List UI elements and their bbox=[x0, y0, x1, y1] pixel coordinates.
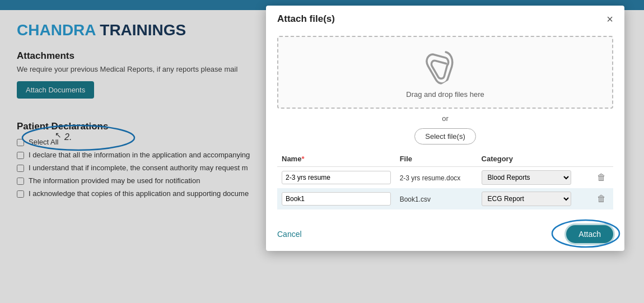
col-file-header: File bbox=[395, 151, 477, 167]
category-select[interactable]: Blood ReportsECG ReportX-RayMRI ReportOt… bbox=[482, 170, 571, 185]
modal-title: Attach file(s) bbox=[277, 13, 335, 25]
modal-body: Drag and drop files here or Select file(… bbox=[266, 30, 624, 218]
category-select[interactable]: Blood ReportsECG ReportX-RayMRI ReportOt… bbox=[482, 192, 571, 206]
file-filename: 2-3 yrs resume.docx bbox=[400, 174, 461, 182]
cancel-button[interactable]: Cancel bbox=[277, 230, 302, 239]
file-table: Name* File Category 2-3 yrs resume.docxB… bbox=[277, 151, 613, 209]
table-row: 2-3 yrs resume.docxBlood ReportsECG Repo… bbox=[277, 167, 613, 189]
file-filename: Book1.csv bbox=[400, 195, 431, 203]
or-text: or bbox=[277, 114, 613, 123]
file-name-input[interactable] bbox=[282, 171, 391, 184]
drop-zone-text: Drag and drop files here bbox=[406, 90, 484, 99]
file-name-input[interactable] bbox=[282, 192, 391, 206]
delete-row-button[interactable]: 🗑 bbox=[597, 173, 606, 183]
modal-footer: Cancel Attach bbox=[266, 218, 624, 251]
drop-zone[interactable]: Drag and drop files here bbox=[277, 36, 613, 109]
select-files-button[interactable]: Select file(s) bbox=[414, 128, 476, 144]
col-actions-header bbox=[592, 151, 613, 167]
modal-close-button[interactable]: × bbox=[606, 13, 613, 25]
table-row: Book1.csvBlood ReportsECG ReportX-RayMRI… bbox=[277, 188, 613, 209]
paperclip-icon bbox=[421, 40, 470, 92]
modal-header: Attach file(s) × bbox=[266, 6, 624, 30]
col-category-header: Category bbox=[477, 151, 592, 167]
delete-row-button[interactable]: 🗑 bbox=[597, 194, 606, 204]
col-name-header: Name* bbox=[277, 151, 395, 167]
attach-files-modal: Attach file(s) × Drag and drop files her… bbox=[266, 6, 624, 251]
attach-confirm-button[interactable]: Attach bbox=[566, 225, 613, 243]
